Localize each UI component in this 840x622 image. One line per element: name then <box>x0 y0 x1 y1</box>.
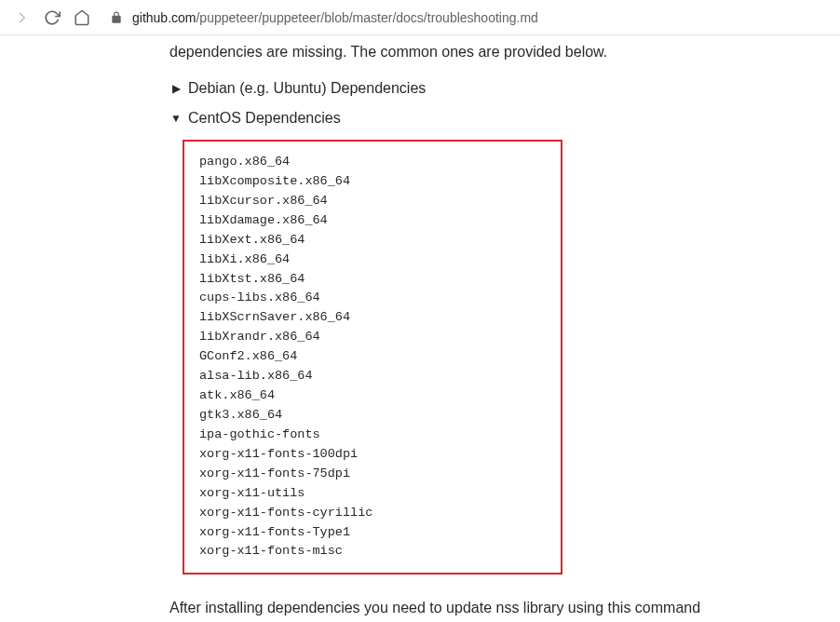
code-line: xorg-x11-fonts-100dpi <box>199 445 546 465</box>
code-line: atk.x86_64 <box>199 386 546 406</box>
code-line: alsa-lib.x86_64 <box>199 367 546 386</box>
debian-dependencies-toggle[interactable]: ▶ Debian (e.g. Ubuntu) Dependencies <box>169 80 840 97</box>
code-line: pango.x86_64 <box>199 153 546 172</box>
code-line: libXtst.x86_64 <box>199 270 546 290</box>
intro-text: dependencies are missing. The common one… <box>169 41 840 63</box>
forward-button[interactable] <box>9 5 35 31</box>
centos-dependencies-toggle[interactable]: ▼ CentOS Dependencies <box>169 110 840 127</box>
triangle-right-icon: ▶ <box>169 82 183 95</box>
debian-section-label: Debian (e.g. Ubuntu) Dependencies <box>188 80 426 97</box>
centos-section-label: CentOS Dependencies <box>188 110 341 127</box>
browser-toolbar: github.com/puppeteer/puppeteer/blob/mast… <box>0 0 840 35</box>
code-line: libXcursor.x86_64 <box>199 192 546 211</box>
code-line: libXdamage.x86_64 <box>199 211 546 231</box>
code-line: xorg-x11-fonts-75dpi <box>199 465 546 484</box>
code-line: libXrandr.x86_64 <box>199 328 546 347</box>
url-domain: github.com <box>132 10 196 25</box>
code-line: xorg-x11-fonts-Type1 <box>199 523 546 543</box>
lock-icon <box>110 11 123 24</box>
centos-dependencies-code: pango.x86_64 libXcomposite.x86_64 libXcu… <box>183 140 562 575</box>
address-bar[interactable]: github.com/puppeteer/puppeteer/blob/mast… <box>110 10 831 25</box>
url-path: /puppeteer/puppeteer/blob/master/docs/tr… <box>196 10 537 25</box>
page-content: dependencies are missing. The common one… <box>0 35 840 622</box>
code-line: libXScrnSaver.x86_64 <box>199 308 546 328</box>
code-line: cups-libs.x86_64 <box>199 289 546 308</box>
code-line: libXi.x86_64 <box>199 250 546 270</box>
reload-button[interactable] <box>39 5 65 31</box>
code-line: libXext.x86_64 <box>199 231 546 250</box>
home-button[interactable] <box>69 5 95 31</box>
triangle-down-icon: ▼ <box>169 112 183 125</box>
code-line: xorg-x11-fonts-cyrillic <box>199 504 546 523</box>
code-line: libXcomposite.x86_64 <box>199 172 546 192</box>
code-line: xorg-x11-fonts-misc <box>199 542 546 561</box>
code-line: gtk3.x86_64 <box>199 406 546 426</box>
after-install-text: After installing dependencies you need t… <box>169 597 840 619</box>
url-text: github.com/puppeteer/puppeteer/blob/mast… <box>132 10 538 25</box>
code-line: ipa-gothic-fonts <box>199 426 546 445</box>
code-line: xorg-x11-utils <box>199 484 546 504</box>
code-line: GConf2.x86_64 <box>199 347 546 367</box>
